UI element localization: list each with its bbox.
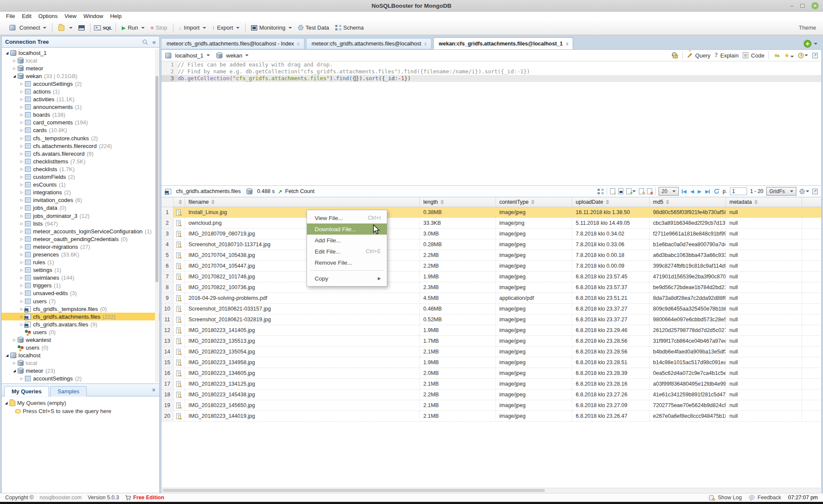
table-row[interactable]: 17IMG_20180223_134125.jpg2.1MBimage/jpeg… — [161, 379, 821, 389]
cell-length[interactable]: 1.9MB — [420, 325, 496, 335]
view-file-icon[interactable] — [173, 389, 185, 400]
cell-metadata[interactable]: null — [726, 250, 802, 260]
cell-md5[interactable]: 31f99f17cb864ce04b467a97ee8 — [650, 336, 726, 346]
expander-closed-icon[interactable]: ▷ — [19, 229, 24, 233]
maximize-editor-icon[interactable] — [812, 53, 818, 58]
cell-length[interactable]: 2.1MB — [420, 411, 496, 421]
expander-closed-icon[interactable]: ▷ — [19, 128, 24, 132]
table-row[interactable]: 4Screenshot_20180710-113714.jpg0.28MBima… — [161, 239, 821, 250]
cell-md5[interactable]: cbc3a891b6348ed2f29cb7d1396 — [650, 218, 726, 228]
tree-item-users[interactable]: users(0) — [2, 328, 159, 336]
tree-item-swimlanes[interactable]: ▷swimlanes(144) — [2, 274, 159, 282]
cell-metadata[interactable]: null — [726, 293, 802, 303]
cell-md5[interactable]: be9d56c72bdeae1b784d2bd215 — [650, 282, 726, 293]
context-menu-item-copy[interactable]: Copy▶ — [307, 273, 387, 284]
cell-md5[interactable]: 41e61c341259b891f281c5d47f0 — [650, 389, 726, 400]
cell-md5[interactable]: 471901d156539e2ba3f90c870f8 — [650, 272, 726, 282]
expander-closed-icon[interactable]: ▷ — [19, 245, 24, 249]
explain-button[interactable]: ? Explain — [715, 52, 739, 59]
view-file-icon[interactable] — [173, 293, 185, 303]
expander-closed-icon[interactable]: ▷ — [19, 121, 24, 124]
cell-length[interactable]: 1.9MB — [420, 357, 496, 368]
table-row[interactable]: 5IMG_20170704_105438.jpg2.2MBimage/jpeg7… — [161, 250, 821, 261]
cell-metadata[interactable]: null — [726, 272, 802, 282]
cell-metadata[interactable]: null — [726, 304, 802, 314]
cell-md5[interactable]: a6d3babc1063bba473a66c9331 — [650, 250, 726, 260]
cell-length[interactable]: 2.1MB — [420, 379, 496, 389]
tree-item-triggers[interactable]: ▷triggers(1) — [2, 282, 159, 290]
expander-open-icon[interactable]: ◢ — [12, 369, 17, 373]
cell-length[interactable]: 3.0MB — [420, 229, 496, 239]
tree-item-cfs-tempstore-chunks[interactable]: ▷cfs._tempstore.chunks(2) — [2, 134, 159, 142]
sort-icon[interactable] — [179, 200, 182, 204]
cell-contenttype[interactable]: image/jpeg — [496, 347, 572, 357]
tree-item-unsaved-edits[interactable]: ▷unsaved-edits(3) — [2, 290, 159, 297]
expander-closed-icon[interactable]: ▷ — [19, 206, 24, 210]
view-file-icon[interactable] — [173, 218, 185, 228]
expander-open-icon[interactable]: ◢ — [4, 353, 10, 357]
cell-md5[interactable]: e267e0a6ef8ec8ccc948475b1ba — [650, 411, 726, 421]
tree-item-integrations[interactable]: ▷integrations(2) — [2, 189, 159, 196]
cell-contenttype[interactable]: image/jpeg — [496, 325, 572, 335]
tree-item-customfields[interactable]: ▷customFields(2) — [2, 173, 159, 181]
feedback-button[interactable]: Feedback — [749, 495, 781, 501]
cell-contenttype[interactable]: image/jpeg — [496, 229, 572, 239]
cell-uploaddate[interactable]: 6.8.2018 klo 23.27.26 — [572, 389, 650, 400]
tree-item-localhost[interactable]: ◢localhost — [2, 352, 159, 359]
tree-item-invitation-codes[interactable]: ▷invitation_codes(6) — [2, 196, 159, 204]
cell-uploaddate[interactable]: 6.8.2018 klo 23.28.56 — [572, 347, 650, 357]
sort-icon[interactable] — [754, 200, 758, 204]
view-file-icon[interactable] — [173, 400, 185, 410]
query-builder-button[interactable]: Query — [687, 52, 710, 59]
refresh-icon[interactable] — [714, 188, 720, 194]
cell-uploaddate[interactable]: 7.8.2018 klo 0.34.02 — [572, 229, 650, 239]
run-button[interactable]: ▶ Run — [119, 24, 146, 32]
menu-item-options[interactable]: Options — [35, 13, 61, 19]
database-selector[interactable]: wekan — [216, 52, 249, 59]
tree-item-checklistitems[interactable]: ▷checklistItems(7.5K) — [2, 157, 159, 165]
table-row[interactable]: 10Screenshot_20180621-033157.jpg0.46MBim… — [161, 304, 821, 314]
cell-length[interactable]: 2.1MB — [420, 347, 496, 357]
expander-closed-icon[interactable]: ▷ — [19, 82, 24, 86]
cell-contenttype[interactable]: image/jpeg — [496, 272, 572, 282]
table-row[interactable]: 18IMG_20180223_145438.jpg2.2MBimage/jpeg… — [161, 389, 821, 400]
my-queries-root[interactable]: ◢ My Queries (empty) — [3, 399, 159, 407]
cell-uploaddate[interactable]: 6.8.2018 klo 23.28.16 — [572, 379, 650, 389]
cell-metadata[interactable]: null — [726, 357, 802, 368]
cell-uploaddate[interactable]: 6.8.2018 klo 23.57.37 — [572, 282, 650, 293]
view-file-icon[interactable] — [173, 229, 185, 239]
cell-filename[interactable]: IMG_20180223_145650.jpg — [185, 400, 420, 410]
expander-closed-icon[interactable]: ▷ — [19, 198, 24, 202]
editor-tab-3[interactable]: wekan:cfs_gridfs.attachments.files@local… — [433, 37, 573, 49]
cell-uploaddate[interactable]: 16.11.2018 klo 1.38.50 — [572, 207, 650, 217]
tree-item-wekantest[interactable]: ▷wekantest — [2, 336, 159, 344]
editor-tab-2[interactable]: meteor:cfs_gridfs.attachments.files@loca… — [306, 38, 431, 49]
table-row[interactable]: 12IMG_20180223_141405.jpg1.9MBimage/jpeg… — [161, 325, 821, 336]
chevron-down-icon[interactable] — [814, 43, 817, 45]
cell-contenttype[interactable]: image/jpeg — [496, 250, 572, 260]
prev-page-button[interactable]: ◀ — [690, 189, 694, 194]
expander-closed-icon[interactable]: ▷ — [19, 268, 24, 272]
chevron-double-down-icon[interactable]: « — [150, 388, 157, 392]
cell-filename[interactable]: IMG_20180223_141405.jpg — [185, 325, 420, 335]
cell-length[interactable]: 1.9MB — [420, 272, 496, 282]
analyze-schema-icon[interactable] — [598, 189, 604, 194]
table-row[interactable]: 8IMG_20170822_100736.jpg2.3MBimage/jpeg6… — [161, 282, 821, 293]
lock-icon[interactable] — [673, 54, 678, 58]
test-data-button[interactable]: Test Data — [296, 24, 331, 32]
expander-closed-icon[interactable]: ▷ — [19, 136, 24, 140]
maximize-results-icon[interactable] — [812, 189, 818, 194]
cell-length[interactable]: 0.52MB — [420, 314, 496, 325]
expander-closed-icon[interactable]: ▷ — [19, 377, 24, 380]
theme-label[interactable]: Theme — [799, 24, 820, 31]
shell-icon[interactable]: >_ — [94, 25, 101, 30]
cell-md5[interactable]: a03f99f836480495e12fdb4e991 — [650, 379, 726, 389]
cell-contenttype[interactable]: image/jpeg — [496, 261, 572, 271]
cell-filename[interactable]: IMG_20180223_134125.jpg — [185, 379, 420, 389]
cell-filename[interactable]: IMG_20180223_135513.jpg — [185, 336, 420, 346]
cell-length[interactable]: 33.3KB — [420, 218, 496, 228]
tree-item-announcements[interactable]: ▷announcements(1) — [2, 103, 159, 111]
cell-contenttype[interactable]: image/jpeg — [496, 314, 572, 325]
cell-md5[interactable]: 9800664e097e6cbbd573c28e5d — [650, 314, 726, 325]
cell-uploaddate[interactable]: 6.8.2018 klo 23.29.46 — [572, 325, 650, 335]
